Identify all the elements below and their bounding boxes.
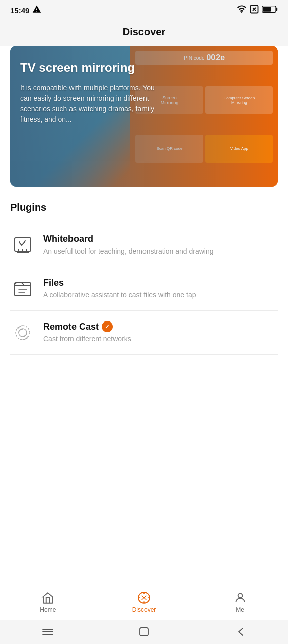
nav-home-label: Home [40,606,56,613]
files-desc: A collaborative assistant to cast files … [43,290,278,300]
svg-point-9 [143,597,145,598]
me-icon [234,591,247,604]
svg-rect-2 [276,8,277,11]
warning-icon [32,5,41,16]
whiteboard-info: Whiteboard An useful tool for teaching, … [43,234,278,257]
plugins-title: Plugins [10,202,278,213]
plugin-whiteboard[interactable]: Whiteboard An useful tool for teaching, … [10,223,278,267]
plugin-files[interactable]: Files A collaborative assistant to cast … [10,267,278,311]
remote-cast-icon [10,320,35,345]
battery-icon [262,5,278,16]
main-content: PIN code 002e ScreenMirroring Computer S… [0,46,288,596]
plugin-remote-cast[interactable]: Remote Cast Cast from different networks [10,311,278,355]
svg-point-6 [16,326,30,340]
remote-cast-name: Remote Cast [43,321,278,332]
x-icon [250,5,259,16]
banner-title: TV screen mirroring [20,61,168,75]
files-info: Files A collaborative assistant to cast … [43,278,278,300]
nav-me-label: Me [236,606,244,613]
wifi-icon [237,5,247,15]
banner-text: TV screen mirroring It is compatible wit… [20,61,168,125]
home-button[interactable] [136,624,152,639]
nav-discover-label: Discover [132,606,156,613]
svg-rect-3 [263,7,271,12]
whiteboard-name: Whiteboard [43,234,278,245]
whiteboard-icon [10,232,35,258]
new-badge [102,321,113,332]
banner[interactable]: PIN code 002e ScreenMirroring Computer S… [10,46,278,187]
back-button[interactable] [233,624,248,639]
nav-container: Home Discover Me [0,584,288,644]
files-icon [10,276,35,301]
banner-description: It is compatible with multiple platforms… [20,83,168,125]
nav-discover[interactable]: Discover [96,591,192,613]
plugins-section: Plugins Whiteboard An useful tool for te… [0,202,288,355]
status-time: 15:49 [10,6,29,15]
files-name: Files [43,278,278,288]
app-nav: Home Discover Me [0,584,288,620]
nav-home[interactable]: Home [0,591,96,613]
remote-cast-info: Remote Cast Cast from different networks [43,321,278,344]
status-left: 15:49 [10,5,41,16]
page-header: Discover [0,20,288,46]
svg-rect-11 [140,628,148,636]
status-bar: 15:49 [0,0,288,20]
discover-icon [137,591,151,604]
home-icon [41,591,54,604]
menu-button[interactable] [40,624,55,639]
svg-rect-5 [15,283,31,296]
status-right [237,5,278,16]
whiteboard-desc: An useful tool for teaching, demonstrati… [43,247,278,257]
remote-cast-desc: Cast from different networks [43,334,278,344]
system-nav [0,620,288,644]
page-title: Discover [0,26,288,38]
nav-me[interactable]: Me [192,591,288,613]
svg-point-10 [238,593,242,598]
